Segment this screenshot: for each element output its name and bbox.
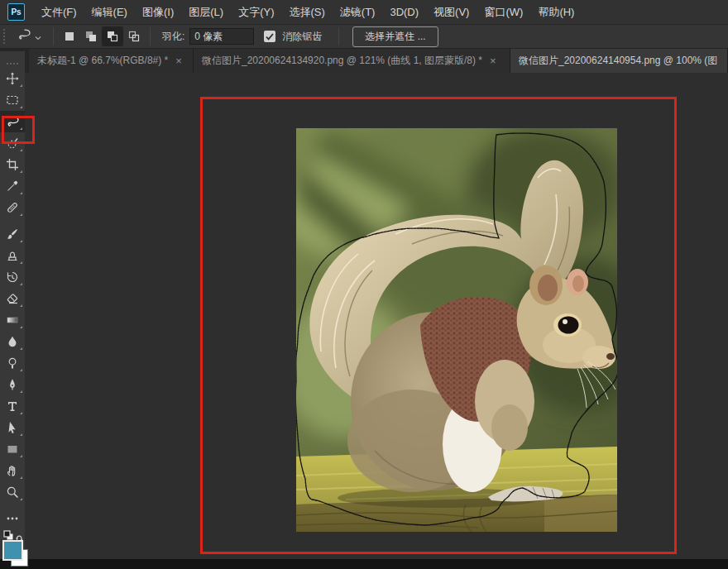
tool-clone-stamp[interactable] (0, 245, 25, 266)
menu-edit[interactable]: 编辑(E) (84, 0, 135, 24)
menu-filter[interactable]: 滤镜(T) (333, 0, 383, 24)
current-tool-dropdown[interactable] (17, 28, 41, 45)
antialias-label: 消除锯齿 (282, 30, 322, 44)
menu-file[interactable]: 文件(F) (34, 0, 84, 24)
divider (53, 27, 54, 45)
tool-path-selection[interactable] (0, 417, 25, 438)
photoshop-window: { "menu": { "logo": "Ps", "items": ["文件(… (0, 0, 728, 569)
menu-3d[interactable]: 3D(D) (382, 0, 426, 24)
tool-type[interactable] (0, 395, 25, 417)
add-selection-button[interactable] (80, 26, 102, 46)
tool-crop[interactable] (0, 154, 25, 175)
tab-untitled-1[interactable]: 未标题-1 @ 66.7%(RGB/8#) * × (29, 48, 194, 73)
intersect-selection-button[interactable] (123, 26, 145, 46)
color-controls (0, 528, 25, 559)
tool-quick-selection[interactable] (0, 132, 25, 154)
tool-dodge[interactable] (0, 352, 25, 374)
tool-move[interactable] (0, 68, 25, 89)
menu-help[interactable]: 帮助(H) (530, 0, 582, 24)
window-bottom-strip (0, 559, 728, 569)
subtract-selection-button[interactable] (102, 26, 123, 46)
tool-eyedropper[interactable] (0, 175, 25, 197)
feather-label: 羽化: (162, 30, 184, 44)
foreground-color-swatch[interactable] (2, 540, 23, 561)
toolbar-grip (7, 63, 18, 65)
tool-history-brush[interactable] (0, 266, 25, 288)
close-icon[interactable]: × (490, 55, 496, 67)
select-and-mask-button[interactable]: 选择并遮住 ... (352, 26, 438, 47)
squirrel-nose (606, 353, 615, 360)
menu-type[interactable]: 文字(Y) (231, 0, 281, 24)
tool-lasso[interactable] (0, 111, 25, 132)
tool-blur[interactable] (0, 331, 25, 352)
tool-options-bar: 羽化: 消除锯齿 选择并遮住 ... (0, 25, 728, 49)
tab-image-140954-active[interactable]: 微信图片_20200624140954.png @ 100% (图 (510, 48, 728, 73)
chevron-down-icon (35, 29, 41, 44)
menu-bar: Ps 文件(F) 编辑(E) 图像(I) 图层(L) 文字(Y) 选择(S) 滤… (0, 0, 728, 25)
menu-view[interactable]: 视图(V) (426, 0, 477, 24)
document-tab-bar: 未标题-1 @ 66.7%(RGB/8#) * × 微信图片_202006241… (0, 48, 728, 73)
tool-rectangular-marquee[interactable] (0, 89, 25, 111)
new-selection-button[interactable] (59, 26, 80, 46)
lasso-icon (17, 28, 31, 45)
tab-label: 微信图片_20200624140954.png @ 100% (图 (519, 54, 717, 68)
squirrel-photo[interactable] (296, 128, 617, 532)
divider (150, 27, 151, 45)
feather-input[interactable] (189, 28, 254, 45)
antialias-checkbox[interactable] (264, 31, 275, 42)
tool-spot-healing[interactable] (0, 197, 25, 218)
divider (338, 27, 339, 45)
photoshop-logo: Ps (7, 3, 25, 21)
squirrel-eye (558, 317, 579, 334)
close-icon[interactable]: × (175, 55, 182, 67)
tab-label: 微信图片_20200624134920.png @ 121% (曲线 1, 图层… (202, 54, 482, 68)
tool-hand[interactable] (0, 460, 25, 481)
edit-toolbar-button[interactable] (0, 508, 25, 529)
tool-brush[interactable] (0, 223, 25, 245)
tab-label: 未标题-1 @ 66.7%(RGB/8#) * (37, 54, 168, 68)
options-grip (3, 29, 8, 44)
menu-window[interactable]: 窗口(W) (477, 0, 530, 24)
menu-layer[interactable]: 图层(L) (181, 0, 231, 24)
tool-zoom[interactable] (0, 481, 25, 503)
tool-rectangle-shape[interactable] (0, 438, 25, 460)
ellipsis-icon (7, 517, 18, 520)
tool-eraser[interactable] (0, 288, 25, 309)
tool-gradient[interactable] (0, 309, 25, 331)
menu-select[interactable]: 选择(S) (281, 0, 332, 24)
tools-panel (0, 51, 25, 559)
menu-image[interactable]: 图像(I) (135, 0, 181, 24)
tool-pen[interactable] (0, 374, 25, 395)
check-icon (266, 33, 274, 41)
tab-image-134920[interactable]: 微信图片_20200624134920.png @ 121% (曲线 1, 图层… (194, 48, 510, 73)
